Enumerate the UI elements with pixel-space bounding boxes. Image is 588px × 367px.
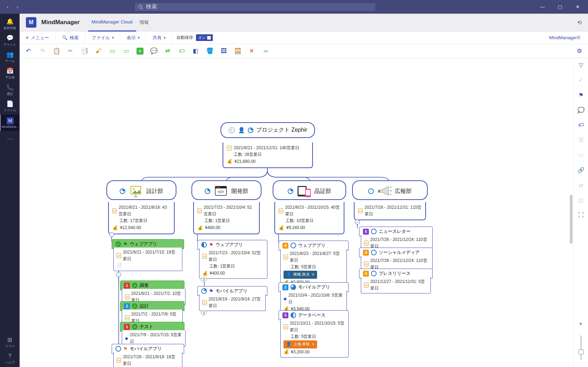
nav-back[interactable]: ‹ xyxy=(4,4,11,11)
zoom-slider[interactable] xyxy=(581,335,581,360)
filter-icon[interactable]: ▽ xyxy=(579,62,583,68)
progress-icon xyxy=(288,188,293,194)
branch-design[interactable]: 設計部 xyxy=(106,180,176,200)
rail-apps[interactable]: ⊞アプリ xyxy=(0,334,20,351)
task-dev-mobile-det: 242021/8/19 - 2021/9/24: 27営業日 xyxy=(199,295,266,311)
person-chip[interactable]: 👤 椎橋 政夫 × xyxy=(284,271,317,279)
calc-icon[interactable]: 🧮 xyxy=(234,47,241,55)
rail-more[interactable]: ⋯ xyxy=(0,131,20,147)
menu-button[interactable]: ≡ メニュー xyxy=(20,32,56,44)
boundary-icon[interactable]: ◧ xyxy=(192,47,200,55)
person-icon: 👤 xyxy=(238,127,245,133)
search-input[interactable]: 検索 xyxy=(134,2,376,12)
rail-activity[interactable]: 🔔最新情報 xyxy=(0,16,20,32)
rail-mindmanager[interactable]: MMindMana... xyxy=(0,115,20,131)
milestone-icon: ◆ xyxy=(284,296,287,302)
svg-rect-15 xyxy=(306,190,310,195)
svg-point-8 xyxy=(216,187,217,188)
close-button[interactable]: ✕ xyxy=(574,4,581,11)
branch-pr[interactable]: 広報部 xyxy=(352,180,428,200)
tag-icon[interactable]: 🏷 xyxy=(578,122,584,128)
flag-icon: ⚑ xyxy=(209,242,214,248)
check-icon[interactable]: ✓ xyxy=(579,77,583,83)
tab-info[interactable]: 情報 xyxy=(136,13,152,32)
progress-icon xyxy=(120,188,125,194)
maximize-button[interactable]: ▢ xyxy=(556,4,564,11)
flag-icon: ⚑ xyxy=(209,288,214,294)
flag-icon[interactable]: ⚑ xyxy=(579,92,583,98)
branch-qa[interactable]: 品証部 xyxy=(273,180,346,200)
easel-icon xyxy=(128,185,144,198)
share-menu[interactable]: 共有 ▾ xyxy=(146,32,172,44)
nav-fwd[interactable]: › xyxy=(14,4,21,11)
branch-dev-details: 242021/7/23 - 2021/10/4: 52営業日 工数: 1営業日 … xyxy=(193,202,260,234)
focus-icon[interactable]: ⛶ xyxy=(578,212,584,218)
app-title: MindManager xyxy=(41,19,80,26)
collapse-toggle[interactable]: − xyxy=(109,232,114,237)
gear-icon[interactable]: ⚙ xyxy=(575,47,583,55)
paste-icon[interactable]: 📋 xyxy=(52,47,60,55)
rail-calls[interactable]: 📞通話 xyxy=(0,82,20,98)
menubar: ≡ メニュー 🔍 検索 ファイル ▾ 表示 ▾ 共有 ▾ 自動保存 オン Min… xyxy=(20,32,588,44)
swap-icon[interactable]: ⇄ xyxy=(579,182,583,188)
layers-icon[interactable]: ◫ xyxy=(578,197,583,203)
root-node[interactable]: 🕘👤プロジェクト Zephir xyxy=(220,122,315,138)
megaphone-icon xyxy=(377,185,392,198)
view-menu[interactable]: 表示 ▾ xyxy=(120,32,146,44)
task-design-web-det: 242021/6/21 - 2021/7/15: 19営業日 📄 xyxy=(113,248,182,271)
left-rail: 🔔最新情報 💬チャット 👥チーム 📅予定表 📞通話 📄ファイル MMindMan… xyxy=(0,14,20,367)
scrollbar[interactable] xyxy=(570,195,573,244)
svg-point-3 xyxy=(133,188,135,190)
child-count[interactable]: 3 xyxy=(201,277,206,282)
child-count[interactable]: 3 xyxy=(201,310,206,316)
refresh-icon[interactable]: ⟲ xyxy=(577,19,582,26)
rail-teams[interactable]: 👥チーム xyxy=(0,49,20,65)
redo-icon[interactable]: ↷ xyxy=(38,47,46,55)
task-qa-web-det: 242021/8/23 - 2021/8/27: 5営業日 工数: 5営業日 👤… xyxy=(280,249,347,288)
app-logo: M xyxy=(26,17,36,28)
svg-rect-13 xyxy=(299,187,306,195)
cut-icon[interactable]: ✂ xyxy=(66,47,74,55)
priority-badge: 1 xyxy=(124,283,130,289)
format-icon[interactable]: 🖌 xyxy=(94,47,102,55)
rail-chat[interactable]: 💬チャット xyxy=(0,32,20,49)
delete-icon[interactable]: ✕ xyxy=(248,47,255,55)
file-menu[interactable]: ファイル ▾ xyxy=(85,32,120,44)
rail-files[interactable]: 📄ファイル xyxy=(0,98,20,115)
rail-calendar[interactable]: 📅予定表 xyxy=(0,65,20,82)
relationship-icon[interactable]: ⇄ xyxy=(164,47,172,55)
zoom-in-icon[interactable]: + xyxy=(579,321,582,327)
copy-icon[interactable]: 📑 xyxy=(80,47,88,55)
flag-icon: ⚑ xyxy=(123,346,128,352)
link-icon[interactable]: 🔗 xyxy=(578,167,584,173)
tab-cloud[interactable]: MindManager Cloud xyxy=(88,13,136,32)
add-icon[interactable]: + xyxy=(136,48,144,55)
search-icon xyxy=(138,5,143,9)
progress-icon xyxy=(368,188,374,194)
collapse-toggle[interactable]: − xyxy=(116,272,121,277)
branch-qa-details: 242021/8/23 - 2021/10/15: 40営業日 工数: 10営業… xyxy=(274,202,344,234)
search-placeholder: 検索 xyxy=(146,3,157,11)
search-button[interactable]: 🔍 検索 xyxy=(56,32,85,44)
rail-help[interactable]: ?ヘルプ xyxy=(0,351,20,367)
mindmap-canvas[interactable]: 🕘👤プロジェクト Zephir 242021/6/21 - 2021/12/31… xyxy=(20,58,573,367)
fill-icon[interactable]: 🪣 xyxy=(206,47,214,55)
person-chip[interactable]: 👤 上地 孝裕 × xyxy=(284,340,317,348)
undo-icon[interactable]: ↶ xyxy=(24,47,32,55)
comment-icon[interactable]: 💭 xyxy=(578,107,584,113)
subtopic-icon[interactable]: ▭ xyxy=(122,47,130,55)
card-icon[interactable]: ▭ xyxy=(578,152,583,158)
autosave-toggle[interactable]: オン xyxy=(196,34,213,41)
share-icon[interactable]: ⫘ xyxy=(262,47,270,55)
branch-dev[interactable]: </> 開発部 xyxy=(191,180,261,200)
tag-icon[interactable]: 🏷 xyxy=(178,47,186,55)
milestone-icon: ◆ xyxy=(125,335,128,342)
collapse-toggle[interactable]: − xyxy=(355,220,360,224)
svg-point-10 xyxy=(219,187,220,188)
devices-icon xyxy=(296,185,312,198)
callout-icon[interactable]: 💬 xyxy=(150,47,158,55)
image-icon[interactable]: 🖼 xyxy=(220,47,227,55)
list-icon[interactable]: ☰ xyxy=(579,137,583,143)
minimize-button[interactable]: — xyxy=(539,4,546,11)
topic-icon[interactable]: ▭ xyxy=(108,47,116,55)
